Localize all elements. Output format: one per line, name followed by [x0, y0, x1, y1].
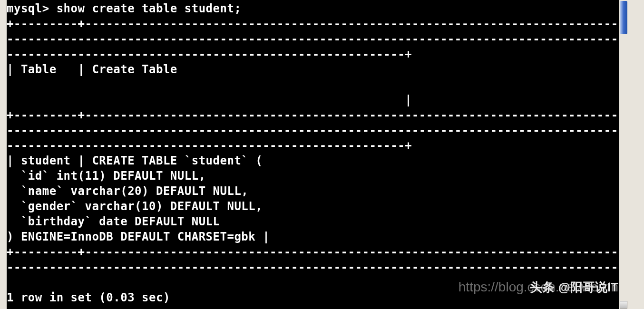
- mysql-prompt: mysql>: [7, 2, 49, 15]
- table-pipe: |: [7, 93, 412, 106]
- scrollbar-down-button[interactable]: [620, 301, 627, 309]
- sql-command: show create table student;: [57, 2, 242, 15]
- terminal-window: mysql> show create table student; +-----…: [0, 0, 644, 309]
- terminal-output[interactable]: mysql> show create table student; +-----…: [7, 0, 628, 309]
- column-def: `birthday` date DEFAULT NULL: [7, 215, 220, 228]
- column-def: `id` int(11) DEFAULT NULL,: [7, 169, 206, 183]
- column-def: `name` varchar(20) DEFAULT NULL,: [7, 184, 248, 198]
- scrollbar-vertical[interactable]: [619, 0, 628, 309]
- scrollbar-thumb[interactable]: [620, 1, 627, 34]
- border-line: +---------+-----------------------------…: [7, 108, 628, 122]
- create-table-row: | student | CREATE TABLE `student` (: [7, 154, 263, 167]
- column-def: `gender` varchar(10) DEFAULT NULL,: [7, 200, 263, 213]
- border-line: +---------+-----------------------------…: [7, 17, 628, 30]
- result-summary: 1 row in set (0.03 sec): [7, 291, 170, 304]
- engine-def: ) ENGINE=InnoDB DEFAULT CHARSET=gbk |: [7, 230, 270, 243]
- table-header: | Table | Create Table: [7, 63, 177, 76]
- border-line: ----------------------------------------…: [7, 139, 412, 152]
- border-line: ----------------------------------------…: [7, 124, 628, 137]
- border-line: +---------+-----------------------------…: [7, 245, 628, 259]
- border-line: ----------------------------------------…: [7, 32, 628, 46]
- border-line: ----------------------------------------…: [7, 48, 412, 61]
- border-line: ----------------------------------------…: [7, 261, 628, 274]
- watermark-toutiao: 头条 @阳哥说IT: [530, 279, 618, 296]
